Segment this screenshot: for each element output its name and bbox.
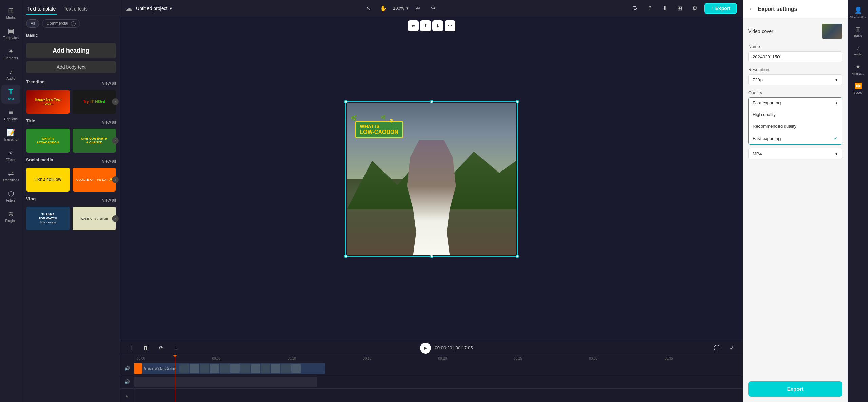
tab-text-template[interactable]: Text template <box>26 3 57 15</box>
cursor-tool-button[interactable]: ↖ <box>363 3 374 14</box>
far-right-audio[interactable]: ♪ Audio <box>849 41 867 59</box>
trim-tool-button[interactable]: ⌶ <box>126 343 137 354</box>
download-icon-button[interactable]: ⬇ <box>659 3 670 14</box>
audio-icon: ♪ <box>9 68 13 76</box>
volume-icon-2[interactable]: 🔊 <box>124 379 130 384</box>
clip-thumbnails <box>179 364 325 373</box>
timeline: ⌶ 🗑 ⟳ ↓ ▶ 00:00:20 | 00:17:05 ⛶ ⤢ <box>120 341 743 402</box>
card-label: Try IT NOwI <box>83 99 105 104</box>
format-select[interactable]: MP4 ▾ <box>748 148 842 159</box>
fullscreen-button[interactable]: ⛶ <box>711 343 722 354</box>
card-what-is[interactable]: WHAT ISLOW-CAOBON <box>26 129 70 153</box>
canvas-overlay-text[interactable]: WHAT IS LOW-CAOBON <box>355 121 403 138</box>
play-button[interactable]: ▶ <box>420 343 431 354</box>
canvas-video[interactable]: WHAT IS LOW-CAOBON 🌿 🌿 ⚙ <box>347 103 516 255</box>
resize-button[interactable]: ⤢ <box>726 343 737 354</box>
redo-icon: ↪ <box>431 5 435 12</box>
scroll-up-icon[interactable]: ▲ <box>125 393 129 398</box>
tab-text-effects[interactable]: Text effects <box>62 3 89 15</box>
card-try-it-now[interactable]: Try IT NOwI <box>73 90 116 114</box>
sidebar-item-plugins[interactable]: ⊕ Plugins <box>1 207 20 226</box>
far-right-ai-charac[interactable]: 👤 AI Charac... <box>849 3 867 21</box>
sidebar-item-captions[interactable]: ≡ Captions <box>1 105 20 124</box>
zoom-control[interactable]: 100% ▾ <box>393 6 409 11</box>
sidebar-item-transcript[interactable]: 📝 Transcript <box>1 125 20 144</box>
card-quote-day[interactable]: A QUOTE OF THE DAY 🔑 <box>73 168 116 192</box>
card-thanks-watch[interactable]: THANKSFOR WATCH© Your account <box>26 207 70 230</box>
media-icon: ⊞ <box>8 6 14 15</box>
card-wake-up[interactable]: WAKE UP / 7:15 am <box>73 207 116 230</box>
far-right-animat[interactable]: ✦ Animat... <box>849 60 867 78</box>
card-give-earth[interactable]: GIVE OUR EARTHA CHANCE <box>73 129 116 153</box>
sidebar-item-effects[interactable]: ✧ Effects <box>1 146 20 165</box>
vlog-section-header: Vlog View all <box>26 196 116 204</box>
ruler-mark-35: 00:35 <box>665 357 740 360</box>
undo-button[interactable]: ↩ <box>413 3 423 14</box>
name-label: Name <box>748 44 842 49</box>
canvas-more-button[interactable]: ⋯ <box>445 20 455 31</box>
card-happy-new-year[interactable]: Happy New Year—2024— <box>26 90 70 114</box>
trending-view-all[interactable]: View all <box>102 81 116 86</box>
sidebar-item-media[interactable]: ⊞ Media <box>1 3 20 22</box>
handle-bottom-left[interactable] <box>344 255 348 258</box>
name-input[interactable] <box>748 51 842 62</box>
shield-icon-button[interactable]: 🛡 <box>630 3 640 14</box>
video-cover-thumbnail[interactable] <box>822 24 842 39</box>
filter-commercial[interactable]: Commercial i <box>42 19 80 28</box>
vlog-scroll-arrow[interactable]: › <box>112 215 119 222</box>
handle-bottom-right[interactable] <box>516 255 519 258</box>
resolution-select[interactable]: 720p ▾ <box>748 74 842 85</box>
canvas-flip-button[interactable]: ⬇ <box>432 20 443 31</box>
layout-icon-button[interactable]: ⊞ <box>674 3 685 14</box>
hand-tool-button[interactable]: ✋ <box>378 3 389 14</box>
secondary-clip[interactable] <box>134 377 317 387</box>
card-like-follow[interactable]: LIKE & FOLLOW <box>26 168 70 192</box>
vlog-view-all[interactable]: View all <box>102 198 116 203</box>
far-right-speed[interactable]: ⏩ Speed <box>849 79 867 97</box>
transform-button[interactable]: ⟳ <box>156 343 166 354</box>
redo-button[interactable]: ↪ <box>428 3 438 14</box>
title-section-title: Title <box>26 118 35 123</box>
quality-option-fast[interactable]: Fast exporting ✓ <box>749 132 842 144</box>
plugins-icon: ⊕ <box>8 210 14 218</box>
export-button[interactable]: ↑ Export <box>704 3 737 14</box>
far-animat-icon: ✦ <box>855 63 861 71</box>
trending-scroll-arrow[interactable]: › <box>112 98 119 105</box>
clip-start-marker[interactable] <box>134 363 142 374</box>
sidebar-item-templates[interactable]: ▣ Templates <box>1 24 20 43</box>
delete-button[interactable]: 🗑 <box>141 343 152 354</box>
social-view-all[interactable]: View all <box>102 159 116 164</box>
resolution-field: Resolution 720p ▾ <box>748 67 842 85</box>
canvas-fit-button[interactable]: ⬌ <box>408 20 419 31</box>
settings-icon: ⚙ <box>692 5 697 12</box>
sidebar-item-elements[interactable]: ✦ Elements <box>1 44 20 63</box>
sidebar-item-filters[interactable]: ⬡ Filters <box>1 186 20 205</box>
social-scroll-arrow[interactable]: › <box>112 176 119 183</box>
quality-selected[interactable]: Fast exporting ▴ <box>749 98 842 108</box>
project-name[interactable]: Untitled project ▾ <box>136 6 172 11</box>
sidebar-item-transitions[interactable]: ⇌ Transitions <box>1 166 20 185</box>
settings-icon-button[interactable]: ⚙ <box>689 3 700 14</box>
download-clip-button[interactable]: ↓ <box>171 343 181 354</box>
templates-icon: ▣ <box>8 27 14 35</box>
canvas-align-button[interactable]: ⬆ <box>420 20 431 31</box>
quality-option-high[interactable]: High quality <box>749 108 842 120</box>
title-scroll-arrow[interactable]: › <box>112 137 119 144</box>
transitions-icon: ⇌ <box>8 169 14 177</box>
filter-all[interactable]: All <box>26 19 39 28</box>
playhead[interactable] <box>175 355 175 402</box>
sidebar-item-text[interactable]: T Text <box>1 85 20 104</box>
volume-icon-1[interactable]: 🔊 <box>124 366 130 371</box>
title-view-all[interactable]: View all <box>102 120 116 125</box>
far-right-basic[interactable]: ⊞ Basic <box>849 22 867 40</box>
back-button[interactable]: ← <box>748 5 754 13</box>
export-action-button[interactable]: Export <box>748 381 842 397</box>
video-clip[interactable]: Grace-Walking 2.mp4 <box>142 363 325 374</box>
sidebar-item-audio[interactable]: ♪ Audio <box>1 64 20 83</box>
add-body-button[interactable]: Add body text <box>26 61 116 73</box>
timeline-tracks[interactable]: 00:00 00:05 00:10 00:15 00:20 00:25 00:3… <box>134 355 743 402</box>
card-label: LIKE & FOLLOW <box>35 178 61 182</box>
quality-option-recommended[interactable]: Recommended quality <box>749 120 842 132</box>
help-icon-button[interactable]: ? <box>645 3 655 14</box>
add-heading-button[interactable]: Add heading <box>26 43 116 58</box>
